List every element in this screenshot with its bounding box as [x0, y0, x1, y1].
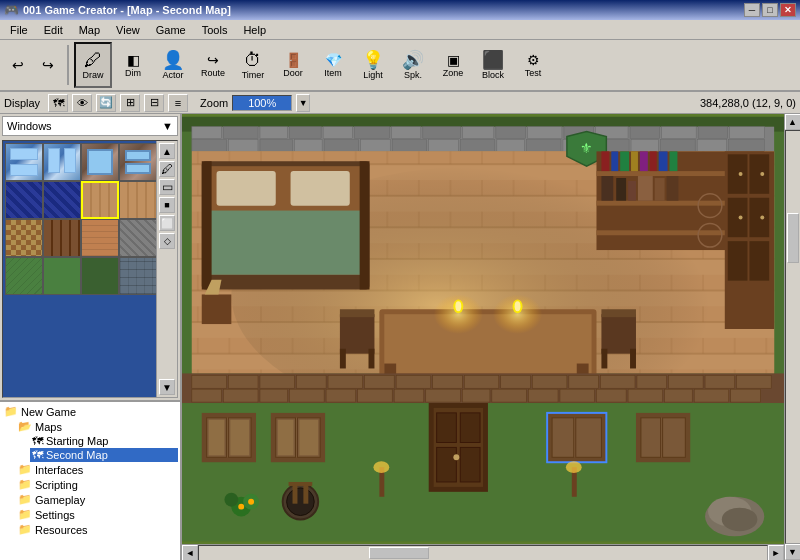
tree-icon-interfaces: 📁 [18, 463, 32, 476]
tile-cell[interactable] [43, 181, 81, 219]
svg-rect-167 [641, 418, 661, 457]
tree-item-new-game[interactable]: 📁New Game [2, 404, 178, 419]
display-label: Display [4, 97, 40, 109]
tile-cell[interactable] [81, 257, 119, 295]
zone-icon: ▣ [447, 53, 460, 67]
svg-rect-158 [460, 447, 480, 482]
select-tool-button[interactable]: ▭ [159, 179, 175, 195]
vscroll-up-button[interactable]: ▲ [785, 114, 801, 130]
tile-cell[interactable] [43, 219, 81, 257]
tile-cell[interactable] [119, 257, 157, 295]
tile-set-dropdown[interactable]: Windows ▼ [2, 116, 178, 136]
tile-cell[interactable] [5, 181, 43, 219]
fill-tool-button[interactable]: ■ [159, 197, 175, 213]
tile-cell[interactable] [119, 181, 157, 219]
svg-rect-7 [323, 127, 353, 139]
door-tool-button[interactable]: 🚪 Door [274, 42, 312, 88]
display-grid-button[interactable]: ⊟ [144, 94, 164, 112]
display-layer-button[interactable]: ⊞ [120, 94, 140, 112]
svg-rect-93 [369, 349, 375, 369]
vscroll-track[interactable] [785, 130, 801, 544]
svg-rect-77 [749, 198, 769, 237]
tile-cell[interactable] [5, 143, 43, 181]
stamp-tool-button[interactable]: ◇ [159, 233, 175, 249]
tile-cell[interactable] [119, 219, 157, 257]
tree-item-scripting[interactable]: 📁Scripting [16, 477, 178, 492]
timer-tool-button[interactable]: ⏱ Timer [234, 42, 272, 88]
menu-item-file[interactable]: File [2, 22, 36, 38]
tile-cell[interactable] [119, 143, 157, 181]
tile-cell[interactable] [81, 143, 119, 181]
tile-cell[interactable] [43, 257, 81, 295]
menu-item-game[interactable]: Game [148, 22, 194, 38]
maximize-button[interactable]: □ [762, 3, 778, 17]
tree-item-interfaces[interactable]: 📁Interfaces [16, 462, 178, 477]
zoom-input[interactable] [232, 95, 292, 111]
zone-tool-button[interactable]: ▣ Zone [434, 42, 472, 88]
minimize-button[interactable]: ─ [744, 3, 760, 17]
close-button[interactable]: ✕ [780, 3, 796, 17]
route-tool-button[interactable]: ↪ Route [194, 42, 232, 88]
hscroll-right-button[interactable]: ► [768, 545, 784, 561]
menu-item-map[interactable]: Map [71, 22, 108, 38]
actor-tool-button[interactable]: 👤 Actor [154, 42, 192, 88]
menu-item-help[interactable]: Help [235, 22, 274, 38]
tree-item-second-map[interactable]: 🗺Second Map [30, 448, 178, 462]
tile-cell[interactable] [43, 143, 81, 181]
svg-rect-94 [601, 314, 636, 353]
svg-rect-171 [293, 484, 298, 504]
vscroll-thumb[interactable] [787, 213, 799, 263]
menu-item-tools[interactable]: Tools [194, 22, 236, 38]
menu-item-edit[interactable]: Edit [36, 22, 71, 38]
svg-rect-24 [324, 140, 359, 152]
svg-rect-34 [661, 140, 696, 152]
map-canvas[interactable]: ⚜ [182, 114, 784, 544]
dim-tool-button[interactable]: ◧ Dim [114, 42, 152, 88]
dim-label: Dim [125, 68, 141, 78]
light-tool-button[interactable]: 💡 Light [354, 42, 392, 88]
svg-text:⚜: ⚜ [580, 140, 593, 156]
block-tool-button[interactable]: ⬛ Block [474, 42, 512, 88]
svg-rect-49 [202, 161, 212, 289]
undo-button[interactable]: ↩ [4, 51, 32, 79]
redo-button[interactable]: ↪ [34, 51, 62, 79]
tile-scroll-up-button[interactable]: ▲ [159, 143, 175, 159]
eraser-tool-button[interactable]: ⬜ [159, 215, 175, 231]
tile-canvas[interactable]: ▲ 🖊 ▭ ■ ⬜ ◇ ▼ [2, 140, 178, 398]
paint-tool-button[interactable]: 🖊 [159, 161, 175, 177]
svg-rect-95 [601, 309, 636, 317]
vscroll-down-button[interactable]: ▼ [785, 544, 801, 560]
svg-rect-172 [303, 484, 308, 504]
svg-rect-6 [290, 127, 322, 139]
item-tool-button[interactable]: 💎 Item [314, 42, 352, 88]
menu-item-view[interactable]: View [108, 22, 148, 38]
tree-item-maps[interactable]: 📂Maps [16, 419, 178, 434]
svg-rect-112 [433, 375, 463, 388]
hscroll-track[interactable] [198, 545, 768, 561]
spk-tool-button[interactable]: 🔊 Spk. [394, 42, 432, 88]
svg-rect-47 [291, 171, 350, 206]
display-eye-button[interactable]: 👁 [72, 94, 92, 112]
tile-cell[interactable] [5, 257, 43, 295]
display-extra-button[interactable]: ≡ [168, 94, 188, 112]
hscroll-thumb[interactable] [369, 547, 429, 559]
draw-tool-button[interactable]: 🖊 Draw [74, 42, 112, 88]
map-canvas-area[interactable]: ⚜ [182, 114, 784, 560]
tree-item-gameplay[interactable]: 📁Gameplay [16, 492, 178, 507]
coordinate-display: 384,288,0 (12, 9, 0) [700, 97, 796, 109]
test-tool-button[interactable]: ⚙ Test [514, 42, 552, 88]
tree-item-starting-map[interactable]: 🗺Starting Map [30, 434, 178, 448]
svg-rect-59 [601, 151, 609, 171]
display-refresh-button[interactable]: 🔄 [96, 94, 116, 112]
svg-point-80 [739, 172, 743, 176]
tile-scroll-down-button[interactable]: ▼ [159, 379, 175, 395]
hscroll-left-button[interactable]: ◄ [182, 545, 198, 561]
tree-item-resources[interactable]: 📁Resources [16, 522, 178, 537]
tile-cell[interactable] [81, 219, 119, 257]
display-map-button[interactable]: 🗺 [48, 94, 68, 112]
light-label: Light [363, 70, 383, 80]
tile-cell[interactable] [5, 219, 43, 257]
tile-cell-selected[interactable] [81, 181, 119, 219]
tree-item-settings[interactable]: 📁Settings [16, 507, 178, 522]
zoom-dropdown-arrow[interactable]: ▼ [296, 94, 310, 112]
